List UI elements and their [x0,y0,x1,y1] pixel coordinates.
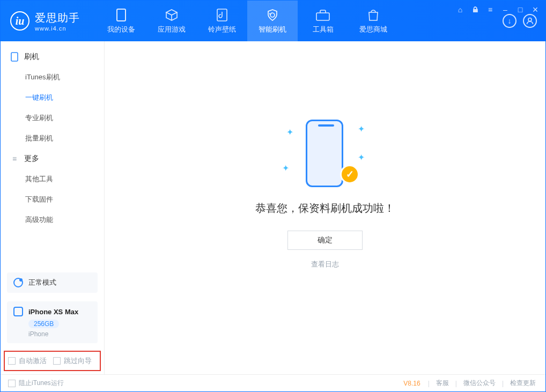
sidebar-item-pro-flash[interactable]: 专业刷机 [1,108,104,128]
toolbox-icon [316,8,330,23]
app-site: www.i4.cn [35,25,80,32]
view-log-link[interactable]: 查看日志 [311,260,339,269]
sidebar-item-oneclick-flash[interactable]: 一键刷机 [1,87,104,108]
maximize-button[interactable]: □ [515,5,525,14]
sparkle-icon: ✦ [358,152,365,162]
sparkle-icon: ✦ [358,124,365,134]
device-name: iPhone XS Max [28,308,78,316]
svg-point-3 [528,18,532,21]
checkbox-icon [8,357,16,365]
version-label: V8.16 [403,380,420,387]
svg-rect-4 [11,53,18,61]
ok-button[interactable]: 确定 [287,231,363,250]
section-more[interactable]: ≡ 更多 [1,149,104,169]
phone-icon [10,53,19,61]
success-message: 恭喜您，保资料刷机成功啦！ [255,201,395,216]
footer-link-update[interactable]: 检查更新 [508,379,538,388]
checkbox-icon [53,357,61,365]
device-card[interactable]: iPhone XS Max 256GB iPhone [7,301,98,343]
mode-card[interactable]: 正常模式 [7,272,98,293]
sidebar-item-itunes-flash[interactable]: iTunes刷机 [1,67,104,87]
sidebar-item-advanced[interactable]: 高级功能 [1,210,104,230]
logo-area[interactable]: iu 爱思助手 www.i4.cn [1,1,96,41]
check-badge-icon: ✓ [340,165,359,184]
tab-toolbox[interactable]: 工具箱 [298,1,348,41]
footer-link-support[interactable]: 客服 [434,379,451,388]
body: 刷机 iTunes刷机 一键刷机 专业刷机 批量刷机 ≡ 更多 其他工具 下载固… [1,41,545,374]
cube-icon [165,8,178,23]
footer: 阻止iTunes运行 V8.16 | 客服 | 微信公众号 | 检查更新 [1,374,545,391]
sidebar-item-other-tools[interactable]: 其他工具 [1,169,104,189]
sidebar-bottom-options: 自动激活 跳过向导 [4,351,101,371]
checkbox-stop-itunes[interactable]: 阻止iTunes运行 [8,379,64,388]
svg-rect-2 [316,13,329,20]
download-button[interactable]: ↓ [503,14,517,28]
device-type: iPhone [28,330,91,338]
minimize-button[interactable]: – [500,5,510,14]
list-icon: ≡ [10,154,19,163]
section-flash[interactable]: 刷机 [1,47,104,67]
app-logo-icon: iu [10,11,29,31]
shirt-icon[interactable]: ⌂ [455,5,465,14]
sparkle-icon: ✦ [286,127,293,137]
header: iu 爱思助手 www.i4.cn 我的设备 应用游戏 铃声壁纸 智能刷机 [1,1,545,41]
header-tabs: 我的设备 应用游戏 铃声壁纸 智能刷机 工具箱 爱思商城 [96,1,399,41]
sidebar-item-download-firmware[interactable]: 下载固件 [1,189,104,210]
tab-my-device[interactable]: 我的设备 [96,1,146,41]
lock-icon[interactable]: 🔒︎ [470,5,480,14]
storage-badge: 256GB [28,320,59,328]
success-illustration: ✦ ✦ ✦ ✦ ✓ [271,116,379,191]
svg-rect-0 [117,9,126,21]
section-title-label: 更多 [24,154,39,164]
app-name: 爱思助手 [35,11,80,25]
mode-icon [13,278,23,287]
footer-link-wechat[interactable]: 微信公众号 [461,379,498,388]
main-content: ✦ ✦ ✦ ✦ ✓ 恭喜您，保资料刷机成功啦！ 确定 查看日志 [105,41,545,374]
checkbox-icon [8,380,16,387]
section-title-label: 刷机 [24,52,39,62]
tab-ringtones-wallpapers[interactable]: 铃声壁纸 [197,1,247,41]
music-file-icon [217,8,227,23]
sparkle-icon: ✦ [282,163,289,173]
tab-store[interactable]: 爱思商城 [348,1,399,41]
window-controls: ⌂ 🔒︎ ≡ – □ × [455,1,545,14]
sidebar: 刷机 iTunes刷机 一键刷机 专业刷机 批量刷机 ≡ 更多 其他工具 下载固… [1,41,105,374]
menu-icon[interactable]: ≡ [485,5,495,14]
sidebar-item-batch-flash[interactable]: 批量刷机 [1,128,104,149]
refresh-shield-icon [266,8,279,23]
tab-smart-flash[interactable]: 智能刷机 [247,1,298,41]
mode-label: 正常模式 [28,278,56,287]
device-icon [116,8,126,23]
checkbox-auto-activate[interactable]: 自动激活 [8,356,47,366]
checkbox-skip-guide[interactable]: 跳过向导 [53,356,92,366]
phone-icon [13,307,23,316]
app-window: iu 爱思助手 www.i4.cn 我的设备 应用游戏 铃声壁纸 智能刷机 [0,0,546,392]
phone-illustration-icon [306,120,343,187]
tab-apps-games[interactable]: 应用游戏 [146,1,197,41]
shopping-bag-icon [367,8,379,23]
user-button[interactable] [523,14,537,28]
close-button[interactable]: × [530,5,540,14]
